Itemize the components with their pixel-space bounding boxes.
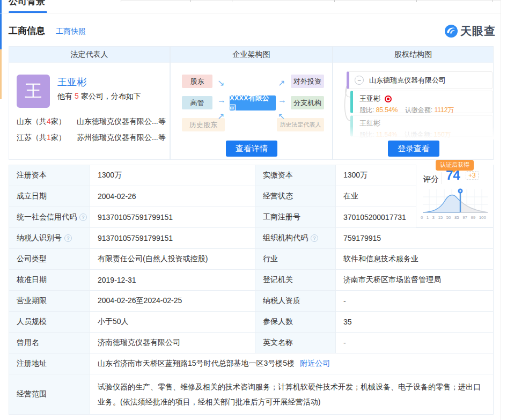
axis-tick: 99 bbox=[471, 215, 475, 220]
ratio-label: 股比: bbox=[359, 131, 374, 138]
help-icon[interactable]: ? bbox=[311, 234, 318, 242]
row-value: 2004-02-26至2024-02-25 bbox=[90, 291, 255, 311]
top-tick bbox=[334, 0, 335, 2]
row-label-text: 统一社会信用代码 bbox=[17, 212, 77, 222]
node-branches: 分支机构 bbox=[291, 96, 324, 109]
region-row-shandong: 山东（共4家） 山东德瑞克仪器有限公...等 bbox=[17, 117, 66, 127]
row-label: 公司类型 bbox=[9, 249, 90, 269]
region-post: 家） bbox=[51, 133, 66, 142]
help-icon[interactable]: ? bbox=[64, 234, 72, 242]
login-to-view-button[interactable]: 登录查看 bbox=[388, 141, 439, 157]
axis-tick: 0 bbox=[421, 215, 423, 220]
row-label: 参保人数 bbox=[255, 312, 336, 332]
tab-company-background[interactable]: 公司背景 bbox=[9, 0, 45, 8]
row-label: 成立日期 bbox=[9, 186, 90, 207]
axis-tick: 85 bbox=[454, 215, 459, 220]
score-label: 评分 bbox=[423, 174, 439, 185]
org-chart-body: 股东 高管 历史股东 XXXX有限公司 对外投资 分支机构 历史法定代表人 ↘ … bbox=[171, 63, 332, 159]
axis-tick: 100 bbox=[479, 215, 486, 220]
panel-header-legal-representative: 法定代表人 bbox=[9, 47, 170, 63]
shareholder-node[interactable]: 王红彬 股比: 11.54% 认缴金额: 150万 bbox=[350, 115, 493, 137]
table-row: 经营范围 试验仪器的生产、零售、维修及相关的技术咨询服务；计算机软硬件技术开发；… bbox=[9, 374, 493, 414]
left-edge-orange-strip bbox=[0, 49, 2, 99]
panel-legal-representative: 法定代表人 王 王亚彬 他有5家公司，分布如下 山东（共4家） 山东德瑞克仪器有… bbox=[9, 46, 170, 160]
equity-structure-body: − 山东德瑞克仪器有限公司 王亚彬 股比: 85.54% 认缴金额: 1112万… bbox=[333, 63, 493, 159]
score-distribution-chart bbox=[422, 188, 489, 214]
legal-representative-body: 王 王亚彬 他有5家公司，分布如下 山东（共4家） 山东德瑞克仪器有限公...等… bbox=[9, 63, 170, 159]
help-icon[interactable]: ? bbox=[79, 213, 87, 221]
arrow-ne-icon: ↗ bbox=[217, 112, 224, 121]
row-value: 试验仪器的生产、零售、维修及相关的技术咨询服务；计算机软硬件技术开发；机械设备、… bbox=[90, 374, 493, 414]
node-outbound-investment: 对外投资 bbox=[291, 75, 324, 88]
row-label: 营业期限 bbox=[9, 291, 90, 311]
region-company[interactable]: 山东德瑞克仪器有限公...等 bbox=[77, 117, 173, 127]
legal-rep-name-link[interactable]: 王亚彬 bbox=[57, 76, 86, 89]
row-value: 山东省济南市天桥区蓝翔路15号时代总部基地一区3号楼5楼 附近公司 bbox=[90, 353, 493, 374]
row-value: 济南德瑞克仪器有限公司 bbox=[90, 333, 255, 353]
avatar: 王 bbox=[17, 75, 50, 108]
arrow-e-icon: → bbox=[278, 96, 286, 105]
node-center-company: XXXX有限公司 bbox=[230, 95, 276, 110]
row-label: 经营状态 bbox=[255, 186, 336, 207]
tianyancha-logo[interactable]: 天眼查 bbox=[444, 24, 496, 39]
summary-count: 5 bbox=[75, 92, 79, 100]
row-label: 注册地址 bbox=[9, 353, 90, 374]
panel-header-org-chart: 企业架构图 bbox=[171, 47, 332, 63]
node-shareholders: 股东 bbox=[182, 75, 212, 88]
row-label-text: 纳税人识别号 bbox=[17, 233, 62, 243]
row-label: 统一社会信用代码 ? bbox=[9, 207, 90, 227]
row-label: 英文名称 bbox=[255, 333, 336, 353]
region-row-jiangsu: 江苏（共1家） 苏州德瑞克仪器有限公...等 bbox=[17, 133, 66, 143]
row-label: 组织机构代码 ? bbox=[255, 228, 336, 248]
row-label: 登记机关 bbox=[255, 270, 336, 290]
table-row: 公司类型 有限责任公司(自然人投资或控股) 行业 软件和信息技术服务业 bbox=[9, 249, 493, 270]
table-row: 曾用名 济南德瑞克仪器有限公司 英文名称 - bbox=[9, 333, 493, 353]
row-label: 注册资本 bbox=[9, 165, 90, 186]
arrow-nw-icon: ↖ bbox=[278, 112, 285, 121]
view-details-button[interactable]: 查看详情 bbox=[226, 141, 277, 157]
score-delta-badge: +3 bbox=[466, 171, 479, 180]
shareholder-name: 王亚彬 bbox=[359, 94, 380, 104]
row-value: - bbox=[336, 333, 493, 353]
table-row: 核准日期 2019-12-31 登记机关 济南市天桥区市场监督管理局 bbox=[9, 270, 493, 291]
row-label: 核准日期 bbox=[9, 270, 90, 290]
row-value: - bbox=[336, 291, 493, 311]
top-tick bbox=[190, 0, 191, 2]
summary-pre: 他有 bbox=[57, 92, 72, 100]
row-value: 1300万 bbox=[90, 165, 255, 186]
amount-value: 150万 bbox=[434, 131, 451, 138]
arrow-ne-icon: ↗ bbox=[278, 79, 285, 87]
arrow-se-icon: ↘ bbox=[217, 79, 224, 87]
region-company[interactable]: 苏州德瑞克仪器有限公...等 bbox=[77, 133, 173, 143]
actual-controller-badge-icon bbox=[385, 95, 392, 102]
amount-label: 认缴金额: bbox=[405, 131, 432, 138]
panel-org-chart: 企业架构图 股东 高管 历史股东 XXXX有限公司 对外投资 分支机构 历史法定… bbox=[170, 46, 333, 160]
row-value: 913701057591799151 bbox=[90, 228, 255, 248]
ratio-value: 11.54% bbox=[376, 131, 398, 138]
arrow-e-icon: → bbox=[217, 96, 226, 105]
score-panel: 认证后获得 评分 74 +3 0 1 bbox=[416, 165, 493, 227]
legal-rep-summary: 他有5家公司，分布如下 bbox=[57, 92, 141, 101]
registered-address: 山东省济南市天桥区蓝翔路15号时代总部基地一区3号楼5楼 bbox=[98, 359, 295, 369]
region-count: 4 bbox=[47, 117, 51, 126]
tianyancha-logo-text: 天眼查 bbox=[460, 24, 496, 39]
link-business-snapshot[interactable]: 工商快照 bbox=[56, 27, 86, 36]
shareholder-name: 王红彬 bbox=[359, 119, 380, 128]
row-label: 纳税人资质 bbox=[255, 291, 336, 311]
tree-root-company-node[interactable]: − 山东德瑞克仪器有限公司 bbox=[347, 71, 493, 89]
panel-equity-structure: 股权结构图 − 山东德瑞克仪器有限公司 王亚彬 股比: 85.54% 认缴金额: bbox=[333, 46, 494, 160]
nearby-companies-link[interactable]: 附近公司 bbox=[300, 359, 330, 369]
row-value: 软件和信息技术服务业 bbox=[336, 249, 493, 269]
node-executives: 高管 bbox=[182, 96, 212, 109]
top-hairline bbox=[121, 0, 501, 1]
row-value: 35 bbox=[336, 312, 493, 332]
row-value: 370105200017731 bbox=[336, 207, 416, 227]
score-divider bbox=[442, 172, 442, 184]
panel-header-equity-structure: 股权结构图 bbox=[333, 47, 493, 63]
axis-tick: 3 bbox=[432, 215, 435, 220]
shareholder-node[interactable]: 王亚彬 股比: 85.54% 认缴金额: 1112万 bbox=[350, 91, 493, 113]
table-row: 营业期限 2004-02-26至2024-02-25 纳税人资质 - bbox=[9, 291, 493, 312]
collapse-minus-icon[interactable]: − bbox=[355, 76, 364, 85]
axis-tick: 97 bbox=[462, 215, 467, 220]
region-pre: 江苏（共 bbox=[17, 133, 47, 142]
